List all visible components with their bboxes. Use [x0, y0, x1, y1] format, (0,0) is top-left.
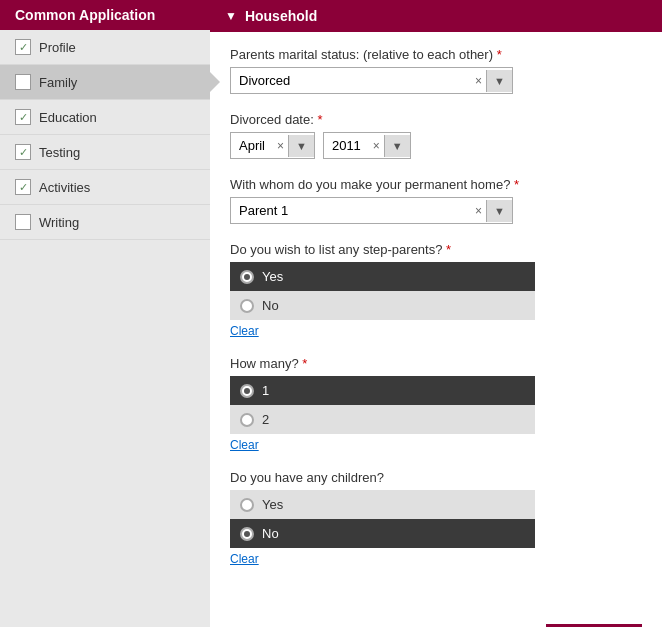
- sidebar: Common Application ✓ Profile Family ✓ Ed…: [0, 0, 210, 627]
- sidebar-item-family[interactable]: Family: [0, 65, 210, 100]
- family-check-icon: [15, 74, 31, 90]
- step-parents-yes-option[interactable]: Yes: [230, 262, 535, 291]
- form-body: Parents marital status: (relative to eac…: [210, 32, 662, 599]
- permanent-home-group: With whom do you make your permanent hom…: [230, 177, 642, 224]
- how-many-2-label: 2: [262, 412, 269, 427]
- how-many-2-radio-icon: [240, 413, 254, 427]
- sidebar-item-profile[interactable]: ✓ Profile: [0, 30, 210, 65]
- sidebar-item-education[interactable]: ✓ Education: [0, 100, 210, 135]
- how-many-1-radio-icon: [240, 384, 254, 398]
- step-parents-radio-group: Yes No: [230, 262, 535, 320]
- step-parents-no-option[interactable]: No: [230, 291, 535, 320]
- step-parents-label: Do you wish to list any step-parents? *: [230, 242, 642, 257]
- children-yes-label: Yes: [262, 497, 283, 512]
- marital-status-label: Parents marital status: (relative to eac…: [230, 47, 642, 62]
- permanent-home-select[interactable]: × ▼: [230, 197, 513, 224]
- sidebar-label-profile: Profile: [39, 40, 76, 55]
- marital-status-arrow-icon[interactable]: ▼: [486, 70, 512, 92]
- sidebar-label-education: Education: [39, 110, 97, 125]
- writing-check-icon: [15, 214, 31, 230]
- divorced-year-select[interactable]: 2011 × ▼: [323, 132, 411, 159]
- sidebar-label-writing: Writing: [39, 215, 79, 230]
- how-many-group: How many? * 1 2 Clear: [230, 356, 642, 452]
- divorced-year-value: 2011: [324, 133, 369, 158]
- step-parents-no-radio-icon: [240, 299, 254, 313]
- permanent-home-arrow-icon[interactable]: ▼: [486, 200, 512, 222]
- section-title: Household: [245, 8, 317, 24]
- marital-status-clear-icon[interactable]: ×: [471, 74, 486, 88]
- testing-check-icon: ✓: [15, 144, 31, 160]
- divorced-month-value: April: [231, 133, 273, 158]
- sidebar-label-testing: Testing: [39, 145, 80, 160]
- children-clear-link[interactable]: Clear: [230, 552, 259, 566]
- children-yes-radio-icon: [240, 498, 254, 512]
- permanent-home-input[interactable]: [231, 198, 471, 223]
- step-parents-group: Do you wish to list any step-parents? * …: [230, 242, 642, 338]
- children-label: Do you have any children?: [230, 470, 642, 485]
- divorced-month-clear-icon[interactable]: ×: [273, 139, 288, 153]
- marital-status-group: Parents marital status: (relative to eac…: [230, 47, 642, 94]
- divorced-date-group: Divorced date: * April × ▼ 2011 × ▼: [230, 112, 642, 159]
- profile-check-icon: ✓: [15, 39, 31, 55]
- education-check-icon: ✓: [15, 109, 31, 125]
- how-many-radio-group: 1 2: [230, 376, 535, 434]
- marital-status-input[interactable]: [231, 68, 471, 93]
- sidebar-title: Common Application: [0, 0, 210, 30]
- divorced-date-label: Divorced date: *: [230, 112, 642, 127]
- permanent-home-label: With whom do you make your permanent hom…: [230, 177, 642, 192]
- sidebar-title-text: Common Application: [15, 7, 155, 23]
- how-many-1-option[interactable]: 1: [230, 376, 535, 405]
- children-no-option[interactable]: No: [230, 519, 535, 548]
- permanent-home-clear-icon[interactable]: ×: [471, 204, 486, 218]
- divorced-month-arrow-icon[interactable]: ▼: [288, 135, 314, 157]
- main-content: ▼ Household Parents marital status: (rel…: [210, 0, 662, 627]
- step-parents-yes-radio-icon: [240, 270, 254, 284]
- children-no-radio-icon: [240, 527, 254, 541]
- triangle-icon: ▼: [225, 9, 237, 23]
- step-parents-yes-label: Yes: [262, 269, 283, 284]
- step-parents-no-label: No: [262, 298, 279, 313]
- divorced-month-select[interactable]: April × ▼: [230, 132, 315, 159]
- sidebar-item-testing[interactable]: ✓ Testing: [0, 135, 210, 170]
- footer-actions: Back Continue: [210, 609, 662, 627]
- divorced-year-clear-icon[interactable]: ×: [369, 139, 384, 153]
- activities-check-icon: ✓: [15, 179, 31, 195]
- how-many-2-option[interactable]: 2: [230, 405, 535, 434]
- how-many-label: How many? *: [230, 356, 642, 371]
- how-many-1-label: 1: [262, 383, 269, 398]
- sidebar-label-family: Family: [39, 75, 77, 90]
- divorced-date-row: April × ▼ 2011 × ▼: [230, 132, 642, 159]
- sidebar-label-activities: Activities: [39, 180, 90, 195]
- step-parents-clear-link[interactable]: Clear: [230, 324, 259, 338]
- children-radio-group: Yes No: [230, 490, 535, 548]
- children-no-label: No: [262, 526, 279, 541]
- children-group: Do you have any children? Yes No Clear: [230, 470, 642, 566]
- sidebar-item-writing[interactable]: Writing: [0, 205, 210, 240]
- how-many-clear-link[interactable]: Clear: [230, 438, 259, 452]
- children-yes-option[interactable]: Yes: [230, 490, 535, 519]
- divorced-year-arrow-icon[interactable]: ▼: [384, 135, 410, 157]
- marital-status-select[interactable]: × ▼: [230, 67, 513, 94]
- section-header: ▼ Household: [210, 0, 662, 32]
- sidebar-item-activities[interactable]: ✓ Activities: [0, 170, 210, 205]
